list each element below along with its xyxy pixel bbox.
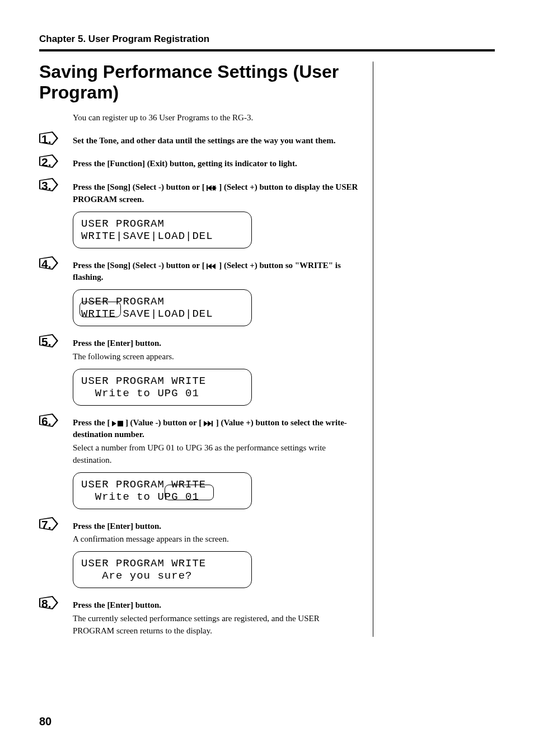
text-segment: Press the [Song] (Select -) button or [ [73,261,207,270]
lcd-line: Write to UPG 01 [81,491,243,503]
instruction-text: Press the [Song] (Select -) button or [ … [73,181,363,206]
chapter-header: Chapter 5. User Program Registration [39,34,495,49]
instruction-text: Press the [Enter] button. [73,599,363,612]
step-number: 6. [41,415,51,428]
step-number: 1. [41,133,51,146]
page-number: 80 [39,715,51,728]
lcd-line: USER PROGRAM WRITE [81,557,243,570]
lcd-line: WRITE|SAVE|LOAD|DEL [81,230,243,242]
step-number: 7. [41,518,51,532]
svg-marker-15 [212,264,216,269]
text-segment: ] (Value -) button or [ [123,418,204,427]
step-number: 3. [41,179,51,192]
text-segment: Press the [Song] (Select -) button or [ [73,182,207,191]
instruction-text: Press the [Enter] button. [73,337,363,350]
step-4: 4. Press the [Song] (Select -) button or… [39,260,363,327]
explanation-text: The currently selected performance setti… [73,613,363,637]
explanation-text: A confirmation message appears in the sc… [73,533,363,546]
instruction-text: Press the [Function] (Exit) button, gett… [73,158,363,170]
svg-marker-23 [204,421,208,426]
instruction-text: Press the [Enter] button. [73,520,363,533]
step-number: 8. [41,597,51,611]
step-2: 2. Press the [Function] (Exit) button, g… [39,158,363,170]
lcd-line: Are you sure? [81,570,243,582]
section-title: Saving Performance Settings (User Progra… [39,62,363,103]
svg-rect-22 [118,421,123,426]
step-3: 3. Press the [Song] (Select -) button or… [39,181,363,248]
play-stop-icon [112,418,123,427]
svg-marker-14 [208,264,212,269]
lcd-display: USER PROGRAM WRITE Write to UPG 01 [73,369,252,406]
column-rule [373,62,373,637]
explanation-text: The following screen appears. [73,351,363,363]
svg-rect-25 [212,421,213,426]
next-track-icon [204,418,214,427]
instruction-text: Press the [ ] (Value -) button or [ ] (V… [73,417,363,442]
prev-track-icon [207,261,217,270]
prev-track-icon [207,182,217,191]
svg-rect-13 [207,264,208,269]
step-1: 1. Set the Tone, and other data until th… [39,135,363,147]
step-number: 5. [41,335,51,349]
instruction-text: Press the [Song] (Select -) button or [ … [73,260,363,284]
lcd-line: USER PROGRAM [81,218,243,230]
svg-marker-24 [208,421,212,426]
svg-marker-20 [112,421,116,426]
step-number: 2. [41,156,51,169]
step-7: 7. Press the [Enter] button. A confirmat… [39,520,363,589]
svg-marker-9 [208,185,212,191]
header-rule [39,49,495,51]
lcd-line: USER PROGRAM WRITE [81,478,243,491]
explanation-text: Select a number from UPG 01 to UPG 36 as… [73,442,363,467]
step-5: 5. Press the [Enter] button. The followi… [39,337,363,406]
text-segment: Press the [ [73,418,112,427]
step-6: 6. Press the [ ] (Value -) button or [ ]… [39,417,363,509]
highlight-ring [79,302,121,317]
highlight-ring [165,485,214,500]
lcd-line: Write to UPG 01 [81,387,243,400]
svg-rect-6 [207,185,208,191]
instruction-text: Set the Tone, and other data until the s… [73,135,363,147]
step-8: 8. Press the [Enter] button. The current… [39,599,363,637]
lcd-display: USER PROGRAM WRITE Write to UPG 01 [73,472,252,509]
lcd-display: USER PROGRAM WRITE Are you sure? [73,551,252,588]
lcd-display: USER PROGRAM WRITE|SAVE|LOAD|DEL [73,212,252,248]
lcd-line: USER PROGRAM WRITE [81,375,243,387]
intro-paragraph: You can register up to 36 User Programs … [73,113,363,123]
step-number: 4. [41,257,51,271]
